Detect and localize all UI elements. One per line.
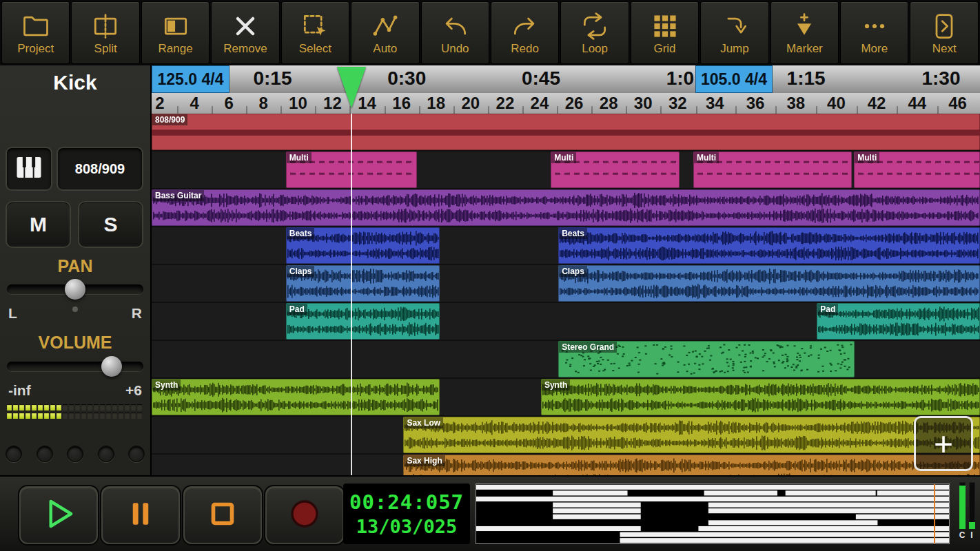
track-area: 808/909MultiMultiMultiMultiBass GuitarBe… xyxy=(152,114,980,475)
arrangement-area: 0:150:300:451:01:151:30125.0 4/4105.0 4/… xyxy=(152,65,980,475)
clip-synth[interactable]: Synth xyxy=(541,379,980,415)
bar-number: 28 xyxy=(600,94,618,113)
stop-button[interactable] xyxy=(183,486,262,544)
mute-solo-row: M S xyxy=(6,201,143,248)
solo-button[interactable]: S xyxy=(78,201,143,248)
toolbar-button-undo[interactable]: Undo xyxy=(421,1,489,64)
bar-tick xyxy=(177,106,178,114)
bar-ruler[interactable]: 2468101214161820222426283032343638404244… xyxy=(152,93,980,115)
meter-segment xyxy=(125,404,130,410)
meter-segment xyxy=(32,404,37,410)
meter-segment xyxy=(7,413,12,419)
clip-bass-guitar[interactable]: Bass Guitar xyxy=(152,189,980,226)
play-icon xyxy=(40,495,77,535)
meter-segment xyxy=(106,413,111,419)
pan-right-label: R xyxy=(132,305,142,322)
clip-waveform xyxy=(403,417,980,453)
meter-bar-c xyxy=(959,482,966,529)
bar-tick xyxy=(937,106,939,114)
time-ruler-label: 1:0 xyxy=(666,67,694,90)
clip-synth[interactable]: Synth xyxy=(152,379,440,415)
toolbar-button-marker[interactable]: Marker xyxy=(770,1,839,64)
meter-segment xyxy=(50,413,55,419)
volume-slider[interactable] xyxy=(7,362,143,371)
clip-waveform xyxy=(403,455,980,475)
meter-segment xyxy=(44,404,49,410)
toolbar-button-select[interactable]: Select xyxy=(281,1,349,64)
toolbar-button-label: Loop xyxy=(582,42,608,55)
clip-pad[interactable]: Pad xyxy=(817,303,980,340)
time-ruler[interactable]: 0:150:300:451:01:151:30125.0 4/4105.0 4/… xyxy=(152,65,980,94)
meter-segment xyxy=(38,404,43,410)
arrangement-minimap[interactable] xyxy=(476,484,950,544)
daw-app: ProjectSplitRangeRemoveSelectAutoUndoRed… xyxy=(0,0,980,551)
tempo-marker[interactable]: 105.0 4/4 xyxy=(695,65,773,93)
clip-beats[interactable]: Beats xyxy=(286,227,440,264)
clip-claps[interactable]: Claps xyxy=(286,265,440,302)
clip-808-909[interactable]: 808/909 xyxy=(152,114,980,150)
meter-segment xyxy=(81,413,86,419)
toolbar-button-remove[interactable]: Remove xyxy=(211,1,279,64)
cpu-io-meters: C I xyxy=(957,482,977,547)
bar-number: 10 xyxy=(289,94,307,113)
clip-sax-low[interactable]: Sax Low xyxy=(403,417,980,453)
bar-tick xyxy=(419,106,420,114)
clip-multi[interactable]: Multi xyxy=(551,152,679,188)
clip-label: Sax Low xyxy=(404,417,443,428)
piano-keyboard-button[interactable] xyxy=(6,147,52,191)
toolbar: ProjectSplitRangeRemoveSelectAutoUndoRed… xyxy=(0,0,980,65)
toolbar-button-next[interactable]: Next xyxy=(910,1,978,64)
toolbar-button-auto[interactable]: Auto xyxy=(351,1,419,64)
meter-col-c: C xyxy=(959,482,966,547)
bar-number: 42 xyxy=(868,94,886,113)
level-meter-row xyxy=(7,413,142,419)
tempo-marker[interactable]: 125.0 4/4 xyxy=(152,65,229,93)
bar-number: 26 xyxy=(565,94,584,113)
toolbar-button-grid[interactable]: Grid xyxy=(631,1,699,64)
clip-multi[interactable]: Multi xyxy=(693,152,852,188)
clip-label: Pad xyxy=(817,304,838,315)
clip-sax-high[interactable]: Sax High xyxy=(403,455,980,475)
meter-segment xyxy=(119,413,123,419)
pause-button[interactable] xyxy=(101,486,180,544)
meter-segment xyxy=(100,413,105,419)
meter-segment xyxy=(131,404,136,410)
toolbar-button-project[interactable]: Project xyxy=(1,1,70,64)
mute-button[interactable]: M xyxy=(6,201,71,248)
loop-icon xyxy=(580,11,610,41)
track-row-stereo-grand: Stereo Grand xyxy=(152,341,980,377)
clip-claps[interactable]: Claps xyxy=(558,265,980,302)
clip-beats[interactable]: Beats xyxy=(558,227,980,264)
pause-icon xyxy=(122,495,159,535)
toolbar-button-jump[interactable]: Jump xyxy=(700,1,768,64)
playhead-marker[interactable] xyxy=(337,67,366,108)
instrument-select-button[interactable]: 808/909 xyxy=(57,147,143,191)
clip-multi[interactable]: Multi xyxy=(854,152,980,188)
toolbar-button-more[interactable]: More xyxy=(840,1,908,64)
clip-pad[interactable]: Pad xyxy=(286,303,440,340)
toolbar-button-range[interactable]: Range xyxy=(141,1,210,64)
record-button[interactable] xyxy=(265,486,344,544)
add-track-button[interactable]: + xyxy=(914,416,973,471)
toolbar-button-redo[interactable]: Redo xyxy=(491,1,559,64)
bar-number: 22 xyxy=(496,94,515,113)
track-row-pad: PadPad xyxy=(152,303,980,340)
toolbar-button-split[interactable]: Split xyxy=(71,1,139,64)
bar-tick xyxy=(522,106,524,114)
pan-slider-thumb[interactable] xyxy=(65,279,85,300)
indicator-dot xyxy=(128,446,145,462)
volume-max-label: +6 xyxy=(125,382,142,399)
grid-icon xyxy=(650,11,680,41)
meter-segment xyxy=(88,404,92,410)
time-counter: 00:24:057 xyxy=(349,490,464,514)
bar-number: 16 xyxy=(392,94,411,113)
volume-slider-thumb[interactable] xyxy=(101,356,122,377)
pan-slider[interactable] xyxy=(7,284,143,294)
play-button[interactable] xyxy=(19,486,98,544)
meter-bar-i xyxy=(969,482,975,529)
bar-number: 34 xyxy=(706,94,724,113)
clip-label: 808/909 xyxy=(152,114,187,125)
clip-stereo-grand[interactable]: Stereo Grand xyxy=(558,341,855,377)
clip-label: Multi xyxy=(694,152,719,163)
toolbar-button-loop[interactable]: Loop xyxy=(560,1,629,64)
